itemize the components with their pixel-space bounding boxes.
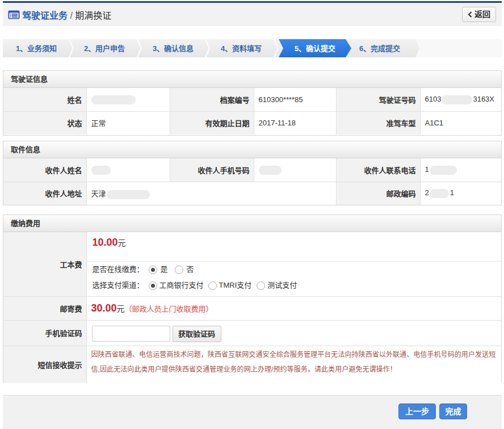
svg-text:1、业务须知: 1、业务须知	[16, 44, 57, 53]
svg-text:2、用户申告: 2、用户申告	[84, 44, 125, 53]
svg-text:5、确认提交: 5、确认提交	[295, 44, 335, 53]
svg-text:6、完成提交: 6、完成提交	[359, 44, 400, 53]
svg-text:4、资料填写: 4、资料填写	[221, 44, 262, 53]
svg-text:3、确认信息: 3、确认信息	[153, 44, 194, 53]
